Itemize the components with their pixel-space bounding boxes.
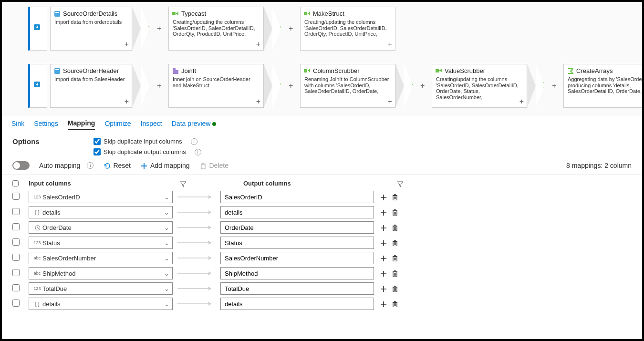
- row-check[interactable]: [12, 193, 20, 200]
- flow-node-joinit[interactable]: JoinItInner join on SourceOrderHeader an…: [168, 64, 264, 108]
- input-column-name: SalesOrderNumber: [42, 255, 164, 262]
- reset-button[interactable]: Reset: [103, 162, 131, 169]
- delete-button[interactable]: Delete: [199, 162, 229, 169]
- filter-icon[interactable]: [179, 180, 186, 187]
- node-title: JoinIt: [181, 67, 260, 74]
- output-column-input[interactable]: [220, 206, 374, 218]
- add-icon[interactable]: [380, 270, 386, 277]
- filter-icon[interactable]: [396, 180, 403, 187]
- add-icon[interactable]: [380, 255, 386, 261]
- preview-status-dot: [212, 122, 216, 126]
- derive-icon: [303, 10, 310, 17]
- trash-icon[interactable]: [391, 300, 398, 307]
- row-check[interactable]: [12, 269, 20, 276]
- chevron-down-icon: ⌄: [164, 224, 169, 231]
- flow-node-src1[interactable]: SourceOrderDetailsImport data from order…: [50, 7, 132, 51]
- flow-canvas[interactable]: SourceOrderDetailsImport data from order…: [2, 2, 642, 116]
- trash-icon[interactable]: [391, 255, 398, 261]
- input-column-select[interactable]: details ⌄: [29, 206, 173, 218]
- output-column-input[interactable]: [220, 267, 374, 279]
- flow-node-colscrub[interactable]: ColumnScrubberRenaming JoinIt to ColumnS…: [300, 64, 395, 108]
- mapping-row: SalesOrderID ⌄: [12, 191, 632, 203]
- tab-data-preview[interactable]: Data preview: [172, 120, 217, 129]
- node-subtitle: Import data from orderdetails: [54, 19, 128, 25]
- output-column-input[interactable]: [220, 221, 374, 234]
- mapping-row: SalesOrderNumber ⌄: [12, 252, 632, 264]
- trash-icon[interactable]: [391, 224, 398, 231]
- row-check[interactable]: [12, 223, 20, 230]
- add-icon[interactable]: [380, 209, 386, 216]
- add-icon[interactable]: [380, 285, 386, 292]
- tab-mapping[interactable]: Mapping: [68, 119, 95, 130]
- row-check[interactable]: [12, 300, 20, 307]
- trash-icon[interactable]: [391, 285, 398, 292]
- add-icon[interactable]: [380, 224, 386, 231]
- tab-settings[interactable]: Settings: [34, 120, 58, 129]
- output-column-input[interactable]: [220, 298, 374, 310]
- input-column-select[interactable]: ShipMethod ⌄: [29, 267, 173, 279]
- trash-icon[interactable]: [391, 194, 398, 200]
- mapping-grid: Input columns Output columns SalesOrderI…: [2, 175, 642, 310]
- output-column-input[interactable]: [220, 237, 374, 249]
- node-title: MakeStruct: [313, 10, 391, 17]
- row-check[interactable]: [12, 208, 20, 215]
- options-header: Options: [12, 137, 93, 145]
- input-column-select[interactable]: SalesOrderID ⌄: [29, 191, 173, 203]
- connector[interactable]: +: [527, 64, 561, 108]
- row-check[interactable]: [12, 238, 20, 246]
- output-column-input[interactable]: [220, 252, 374, 264]
- row-check[interactable]: [12, 254, 20, 261]
- node-title: CreateArrays: [576, 67, 642, 74]
- add-mapping-button[interactable]: Add mapping: [140, 162, 190, 169]
- output-column-input[interactable]: [220, 191, 374, 203]
- add-icon[interactable]: [380, 300, 386, 307]
- connector[interactable]: +: [132, 7, 166, 51]
- tabs: SinkSettingsMappingOptimizeInspectData p…: [2, 116, 642, 133]
- source-handle[interactable]: [28, 64, 47, 108]
- info-icon[interactable]: i: [195, 149, 201, 155]
- output-column-input[interactable]: [220, 282, 374, 295]
- mapping-row: details ⌄: [12, 298, 632, 310]
- mapping-arrow: [173, 271, 220, 276]
- connector[interactable]: +: [264, 64, 297, 108]
- source-handle[interactable]: [28, 7, 47, 51]
- chevron-down-icon: ⌄: [164, 255, 169, 262]
- select-all-check[interactable]: [12, 180, 19, 186]
- derive-icon: [172, 10, 178, 17]
- flow-node-makestruct[interactable]: MakeStructCreating/updating the columns …: [300, 7, 395, 51]
- row-check[interactable]: [12, 284, 20, 291]
- flow-node-typecast[interactable]: TypecastCreating/updating the columns 'S…: [168, 7, 264, 51]
- tab-optimize[interactable]: Optimize: [104, 120, 131, 129]
- flow-node-src2[interactable]: SourceOrderHeaderImport data from SalesH…: [50, 64, 132, 108]
- node-title: SourceOrderDetails: [63, 10, 128, 17]
- connector[interactable]: +: [132, 64, 166, 108]
- tab-inspect[interactable]: Inspect: [141, 120, 162, 129]
- skip-input-check[interactable]: Skip duplicate input columns: [93, 138, 182, 145]
- node-subtitle: Inner join on SourceOrderHeader and Make…: [173, 76, 259, 88]
- trash-icon[interactable]: [391, 209, 398, 216]
- source-icon: [53, 10, 60, 17]
- flow-node-valscrub[interactable]: ValueScrubberCreating/updating the colum…: [432, 64, 527, 108]
- input-column-select[interactable]: TotalDue ⌄: [29, 282, 173, 295]
- connector[interactable]: +: [264, 7, 297, 51]
- flow-node-createarr[interactable]: CreateArraysAggregating data by 'SalesOr…: [563, 64, 642, 108]
- input-column-select[interactable]: Status ⌄: [29, 237, 173, 249]
- input-column-name: SalesOrderID: [42, 194, 164, 201]
- input-column-name: Status: [42, 239, 164, 247]
- info-icon[interactable]: i: [191, 138, 197, 145]
- chevron-down-icon: ⌄: [164, 285, 169, 292]
- derive-icon: [435, 67, 442, 74]
- tab-sink[interactable]: Sink: [11, 120, 24, 129]
- input-column-select[interactable]: OrderDate ⌄: [29, 221, 173, 234]
- chevron-down-icon: ⌄: [164, 300, 169, 308]
- node-subtitle: Creating/updating the columns 'SalesOrde…: [304, 19, 390, 37]
- input-column-select[interactable]: SalesOrderNumber ⌄: [29, 252, 173, 264]
- input-column-select[interactable]: details ⌄: [29, 298, 173, 310]
- automap-toggle[interactable]: [12, 161, 30, 170]
- trash-icon[interactable]: [391, 270, 398, 277]
- skip-output-check[interactable]: Skip duplicate output columns: [93, 148, 186, 155]
- connector[interactable]: +: [395, 64, 429, 108]
- add-icon[interactable]: [380, 239, 386, 246]
- add-icon[interactable]: [380, 194, 386, 200]
- trash-icon[interactable]: [391, 239, 398, 246]
